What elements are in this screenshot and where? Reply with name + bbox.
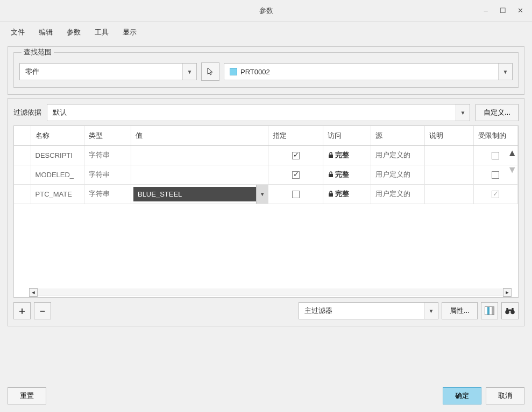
cell-type[interactable]: 字符串 <box>84 184 131 204</box>
table-row[interactable]: DESCRIPTI 字符串 完整 用户定义的 <box>14 145 518 165</box>
col-restrict[interactable]: 受限制的 <box>473 126 517 145</box>
part-combo[interactable]: PRT0002 ▼ <box>224 63 513 80</box>
col-name[interactable]: 名称 <box>31 126 84 145</box>
lock-icon <box>328 152 334 158</box>
cell-source[interactable]: 用户定义的 <box>371 165 425 184</box>
menu-display[interactable]: 显示 <box>123 27 137 37</box>
chevron-down-icon[interactable]: ▼ <box>256 185 268 204</box>
remove-button[interactable]: － <box>34 302 51 319</box>
reset-button[interactable]: 重置 <box>8 387 46 404</box>
corner-cell <box>14 126 31 145</box>
cell-type[interactable]: 字符串 <box>84 165 131 184</box>
search-scope-group: 查找范围 零件 ▼ PRT0002 ▼ <box>13 52 519 88</box>
filter-row: 过滤依据 默认 ▼ 自定义... <box>8 99 524 125</box>
menu-params[interactable]: 参数 <box>67 27 81 37</box>
checkbox-icon <box>492 191 499 198</box>
cell-assign[interactable] <box>268 145 323 165</box>
checkbox-icon[interactable] <box>492 171 499 179</box>
cell-access[interactable]: 完整 <box>323 145 371 165</box>
cell-assign[interactable] <box>268 165 323 184</box>
row-move-arrows: ▲ ▼ <box>507 148 517 176</box>
columns-button[interactable] <box>481 302 498 319</box>
cell-name[interactable]: PTC_MATE <box>31 184 84 204</box>
cancel-button[interactable]: 取消 <box>486 387 524 404</box>
window-controls: – ☐ ✕ <box>478 3 528 18</box>
svg-rect-2 <box>329 193 333 197</box>
menubar: 文件 编辑 参数 工具 显示 <box>0 22 532 43</box>
cell-name[interactable]: MODELED_ <box>31 165 84 184</box>
window-title: 参数 <box>259 6 273 16</box>
col-value[interactable]: 值 <box>131 126 268 145</box>
checkbox-icon[interactable] <box>492 152 499 159</box>
cell-restrict[interactable] <box>473 184 517 204</box>
cell-desc[interactable] <box>424 145 473 165</box>
cell-value-dropdown[interactable]: BLUE_STEEL ▼ RED_STEEL GREEN_STEEL BLUE_… <box>131 184 268 204</box>
scroll-track[interactable] <box>38 289 503 296</box>
chevron-down-icon: ▼ <box>456 104 470 121</box>
col-access[interactable]: 访问 <box>323 126 371 145</box>
type-combo[interactable]: 零件 ▼ <box>19 63 197 80</box>
titlebar: 参数 – ☐ ✕ <box>0 0 532 22</box>
part-icon <box>230 68 237 75</box>
chevron-down-icon: ▼ <box>424 303 438 319</box>
dialog-buttons: 重置 确定 取消 <box>8 387 524 404</box>
svg-rect-6 <box>512 308 513 311</box>
cell-name[interactable]: DESCRIPTI <box>31 145 84 165</box>
customize-button[interactable]: 自定义... <box>476 104 519 121</box>
scroll-right-button[interactable]: ► <box>503 288 512 297</box>
main-filter-combo[interactable]: 主过滤器 ▼ <box>299 302 438 319</box>
move-up-button[interactable]: ▲ <box>507 148 517 159</box>
filter-label: 过滤依据 <box>13 108 41 117</box>
cell-access[interactable]: 完整 <box>323 184 371 204</box>
table-row[interactable]: MODELED_ 字符串 完整 用户定义的 <box>14 165 518 184</box>
cell-type[interactable]: 字符串 <box>84 145 131 165</box>
bottom-toolbar: ＋ － 主过滤器 ▼ 属性... <box>8 298 524 319</box>
horizontal-scrollbar[interactable]: ◄ ► <box>29 288 512 297</box>
scroll-left-button[interactable]: ◄ <box>29 288 38 297</box>
cell-source[interactable]: 用户定义的 <box>371 184 425 204</box>
col-type[interactable]: 类型 <box>84 126 131 145</box>
lock-icon <box>328 191 334 197</box>
pointer-icon <box>206 67 215 76</box>
col-desc[interactable]: 说明 <box>424 126 473 145</box>
close-button[interactable]: ✕ <box>513 3 528 18</box>
menu-file[interactable]: 文件 <box>11 27 25 37</box>
cell-desc[interactable] <box>424 184 473 204</box>
cell-access[interactable]: 完整 <box>323 165 371 184</box>
menu-tools[interactable]: 工具 <box>95 27 109 37</box>
checkbox-icon[interactable] <box>292 171 300 179</box>
menu-edit[interactable]: 编辑 <box>39 27 53 37</box>
col-source[interactable]: 源 <box>371 126 425 145</box>
binoculars-icon <box>505 306 515 315</box>
col-assign[interactable]: 指定 <box>268 126 323 145</box>
part-combo-text: PRT0002 <box>240 68 270 76</box>
checkbox-icon[interactable] <box>292 191 300 198</box>
chevron-down-icon: ▼ <box>498 64 512 80</box>
table-row[interactable]: PTC_MATE 字符串 BLUE_STEEL ▼ RED_STEEL GREE… <box>14 184 518 204</box>
cell-value[interactable] <box>131 165 268 184</box>
cell-assign[interactable] <box>268 184 323 204</box>
maximize-button[interactable]: ☐ <box>495 3 510 18</box>
table-header-row: 名称 类型 值 指定 访问 源 说明 受限制的 <box>14 126 518 145</box>
filter-combo[interactable]: 默认 ▼ <box>47 104 470 121</box>
filter-combo-text: 默认 <box>47 108 456 117</box>
checkbox-icon[interactable] <box>292 152 300 159</box>
type-combo-text: 零件 <box>20 67 182 76</box>
cell-source[interactable]: 用户定义的 <box>371 145 425 165</box>
value-selected[interactable]: BLUE_STEEL <box>133 187 256 201</box>
find-button[interactable] <box>501 302 519 319</box>
parameters-table: 名称 类型 值 指定 访问 源 说明 受限制的 DESCRIPTI 字符串 <box>13 125 519 298</box>
ok-button[interactable]: 确定 <box>443 387 481 404</box>
cell-desc[interactable] <box>424 165 473 184</box>
search-scope-label: 查找范围 <box>22 47 54 57</box>
add-button[interactable]: ＋ <box>13 302 31 319</box>
properties-button[interactable]: 属性... <box>442 302 478 319</box>
lock-icon <box>328 171 334 178</box>
pointer-button[interactable] <box>201 62 219 81</box>
cell-value[interactable] <box>131 145 268 165</box>
columns-icon <box>485 306 494 315</box>
minimize-button[interactable]: – <box>478 3 493 18</box>
table-frame: 过滤依据 默认 ▼ 自定义... 名称 类型 值 指定 访问 源 说明 受限制的 <box>8 98 524 326</box>
main-filter-text: 主过滤器 <box>299 306 424 316</box>
move-down-button[interactable]: ▼ <box>507 164 517 176</box>
